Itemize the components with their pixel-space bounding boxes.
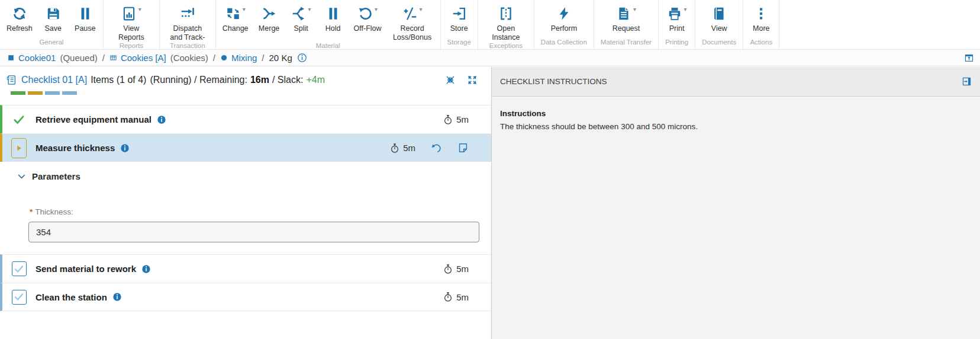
merge-icon	[262, 6, 277, 21]
toolbar-button-split[interactable]: ▾Split	[285, 0, 317, 42]
checkbox-check-icon	[14, 292, 24, 302]
quantity-info-icon[interactable]	[297, 53, 307, 63]
toolbar-button-more[interactable]: More	[745, 0, 777, 39]
instructions-text: The thickness should be between 300 and …	[500, 121, 972, 133]
breadcrumb: Cookie01(Queued)/Cookies [A](Cookies)/Mi…	[0, 50, 980, 66]
toolbar-button-label: Save	[45, 24, 62, 33]
breadcrumb-suffix: (Queued)	[60, 53, 97, 63]
play-icon	[15, 144, 23, 152]
view-documents-icon	[711, 6, 727, 21]
note-icon[interactable]	[457, 142, 469, 153]
checklist-item-send-material-to-rework[interactable]: Send material to rework5m	[0, 254, 491, 283]
toolbar-button-open-instance[interactable]: Open Instance	[480, 0, 532, 42]
toolbar-button-label: Merge	[259, 24, 279, 33]
dropdown-caret-icon: ▾	[684, 6, 687, 12]
checklist-items-summary: Items (1 of 4)	[91, 75, 146, 85]
item-title: Send material to rework	[36, 264, 136, 274]
info-icon[interactable]	[112, 292, 122, 302]
checklist-item-retrieve-equipment-manual[interactable]: Retrieve equipment manual5m	[0, 105, 491, 133]
toolbar-button-save[interactable]: Save	[37, 0, 69, 39]
toolbar-button-label: Request	[612, 24, 640, 33]
duration-value: 5m	[403, 143, 415, 153]
flow-icon	[109, 54, 117, 62]
toolbar-button-label: Split	[294, 24, 308, 33]
instructions-panel: CHECKLIST INSTRUCTIONS Instructions The …	[491, 67, 980, 339]
toolbar-button-merge[interactable]: Merge	[253, 0, 285, 42]
dropdown-caret-icon: ▾	[243, 6, 246, 12]
checkbox-check-icon	[14, 264, 24, 274]
toolbar-group-label: Documents	[697, 39, 741, 49]
info-icon[interactable]	[120, 143, 130, 153]
toolbar-button-hold[interactable]: Hold	[317, 0, 349, 42]
toolbar-button-print[interactable]: ▾Print	[661, 0, 693, 39]
toolbar-group-general: RefreshSavePauseGeneral	[0, 0, 104, 49]
toolbar-group-material: ▾ChangeMerge▾SplitHold▾Off-Flow▾Record L…	[216, 0, 441, 49]
item-checkbox[interactable]	[12, 290, 27, 305]
toolbar-group-exceptions: Open InstanceExceptions	[478, 0, 534, 49]
dropdown-caret-icon: ▾	[375, 6, 378, 12]
toolbar-button-label: Dispatch and Track-	[166, 24, 209, 42]
checklist-remaining: 16m	[250, 75, 269, 85]
toolbar-button-dispatch-and-track[interactable]: Dispatch and Track-	[162, 0, 214, 42]
play-button[interactable]	[11, 138, 27, 158]
item-duration: 5m	[389, 143, 415, 153]
toolbar-button-label: Off-Flow	[354, 24, 382, 33]
expand-all-icon[interactable]	[468, 75, 477, 85]
toolbar-button-view-reports[interactable]: ▾View Reports	[105, 0, 157, 42]
toolbar-button-pause[interactable]: Pause	[69, 0, 101, 39]
toolbar-button-perform[interactable]: Perform	[546, 0, 582, 39]
parameters-section-toggle[interactable]: Parameters	[0, 171, 491, 181]
checklist-status: (Running) / Remaining:	[150, 75, 247, 85]
toolbar-group-storage: StoreStorage	[441, 0, 478, 49]
duration-value: 5m	[456, 264, 469, 274]
thickness-label: *Thickness:	[28, 207, 491, 216]
duration-value: 5m	[456, 114, 469, 124]
breadcrumb-suffix: (Cookies)	[170, 53, 208, 63]
toolbar-button-change[interactable]: ▾Change	[218, 0, 253, 42]
hold-icon	[325, 6, 341, 21]
breadcrumb-link-cookies-a[interactable]: Cookies [A]	[121, 53, 166, 63]
item-checkbox[interactable]	[12, 261, 27, 276]
progress-segment	[11, 91, 25, 95]
checklist-title-link[interactable]: Checklist 01 [A]	[21, 75, 87, 85]
material-icon	[7, 54, 15, 62]
required-mark: *	[30, 207, 33, 216]
toolbar-group-label: Printing	[660, 39, 693, 49]
toolbar-button-label: View Reports	[110, 24, 153, 42]
toolbar-group-label: Actions	[745, 39, 777, 49]
print-icon	[667, 6, 682, 21]
info-icon[interactable]	[157, 115, 166, 124]
toolbar-group-reports: ▾View ReportsReports	[104, 0, 160, 49]
toolbar-button-store[interactable]: Store	[443, 0, 475, 39]
toolbar-button-refresh[interactable]: Refresh	[2, 0, 37, 39]
maximize-panel-icon[interactable]	[964, 53, 974, 63]
breadcrumb-link-mixing[interactable]: Mixing	[231, 53, 257, 63]
thickness-input[interactable]	[28, 222, 479, 242]
perform-icon	[556, 6, 572, 21]
collapse-all-icon[interactable]	[446, 75, 455, 85]
toolbar-button-label: Perform	[551, 24, 577, 33]
parameters-section: Parameters *Thickness:	[0, 162, 491, 254]
toolbar-button-view[interactable]: View	[703, 0, 735, 39]
dropdown-caret-icon: ▾	[308, 6, 311, 12]
item-title: Clean the station	[36, 292, 107, 302]
pause-icon	[78, 6, 93, 21]
checklist-item-clean-the-station[interactable]: Clean the station5m	[0, 283, 491, 311]
undo-icon[interactable]	[431, 142, 442, 153]
breadcrumb-link-cookie01[interactable]: Cookie01	[18, 53, 56, 63]
stopwatch-icon	[443, 292, 453, 302]
quantity-label: 20 Kg	[269, 53, 292, 63]
chevron-down-icon	[17, 171, 27, 181]
toolbar-button-record-loss-bonus[interactable]: ▾Record Loss/Bonus	[386, 0, 439, 42]
toolbar-button-off-flow[interactable]: ▾Off-Flow	[349, 0, 386, 42]
request-icon	[616, 6, 631, 21]
off-flow-icon	[357, 6, 373, 21]
collapse-panel-right-icon[interactable]	[962, 76, 972, 87]
toolbar-group-label: Material Transfer	[596, 39, 656, 49]
toolbar-button-request[interactable]: ▾Request	[608, 0, 645, 39]
toolbar: RefreshSavePauseGeneral▾View ReportsRepo…	[0, 0, 980, 50]
info-icon[interactable]	[141, 264, 151, 274]
checklist-item-measure-thickness[interactable]: Measure thickness5m	[0, 133, 491, 162]
checklist-progress-bar	[11, 91, 477, 95]
checklist-slack-value: +4m	[306, 75, 325, 85]
